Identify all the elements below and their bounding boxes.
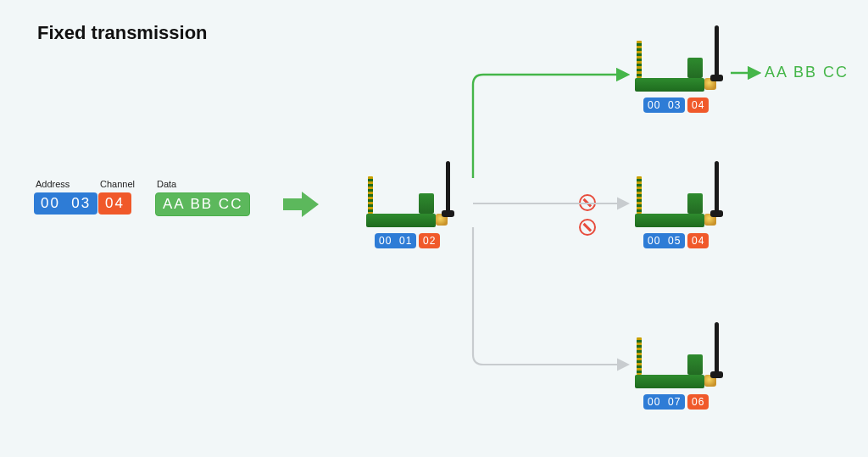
label-channel: Channel	[100, 179, 135, 189]
receiver-3-channel-badge: 06	[687, 394, 709, 410]
output-data-text: AA BB CC	[765, 64, 849, 81]
sender-channel-badge: 02	[419, 233, 440, 248]
receiver-2-module-icon	[635, 161, 728, 227]
receiver-1-module-icon	[635, 25, 728, 92]
sender-module-icon	[366, 161, 459, 227]
input-channel-badge: 04	[98, 192, 131, 215]
receiver-3-module-icon	[635, 322, 728, 388]
connection-wires	[0, 0, 868, 457]
label-data: Data	[157, 179, 176, 189]
receiver-3-address-badge: 00 07	[643, 394, 685, 410]
receiver-1-channel-badge: 04	[687, 98, 709, 113]
receiver-1-address-badge: 00 03	[643, 98, 685, 113]
receiver-2-channel-badge: 04	[687, 233, 709, 248]
input-address-badge: 00 03	[34, 192, 97, 215]
receiver-2-address-badge: 00 05	[643, 233, 685, 248]
label-address: Address	[36, 179, 70, 189]
diagram-title: Fixed transmission	[37, 22, 208, 44]
blocked-icon	[579, 194, 596, 211]
blocked-icon	[579, 219, 596, 236]
sender-address-badge: 00 01	[375, 233, 416, 248]
input-data-badge: AA BB CC	[155, 192, 250, 216]
